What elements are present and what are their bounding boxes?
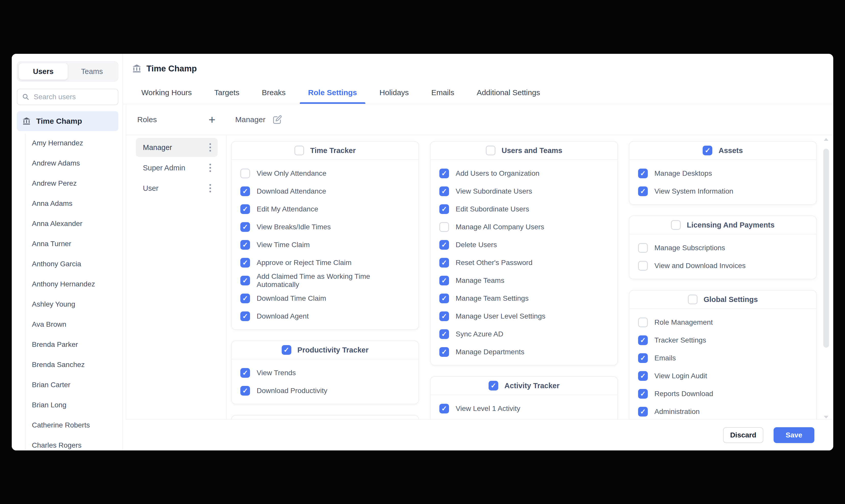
save-button[interactable]: Save (774, 427, 814, 443)
sidebar-user-item[interactable]: Ava Brown (32, 314, 66, 335)
scroll-up-arrow[interactable] (824, 138, 828, 141)
role-item-user[interactable]: User (136, 179, 218, 198)
tab-targets[interactable]: Targets (214, 82, 239, 104)
permission-label: Manage Desktops (654, 169, 712, 178)
checkbox[interactable] (439, 347, 449, 357)
tab-working-hours[interactable]: Working Hours (141, 82, 192, 104)
checkbox[interactable] (439, 168, 449, 178)
edit-role-icon[interactable] (272, 114, 283, 125)
checkbox[interactable] (439, 240, 449, 250)
checkbox[interactable] (638, 353, 648, 363)
checkbox[interactable] (439, 258, 449, 268)
scroll-down-arrow[interactable] (824, 416, 828, 418)
sidebar-user-item[interactable]: Andrew Adams (32, 153, 80, 173)
sidebar-user-item[interactable]: Ashley Young (32, 294, 75, 314)
checkbox[interactable] (489, 381, 498, 391)
sidebar-divider (123, 54, 123, 450)
sidebar-user-item[interactable]: Anna Adams (32, 193, 72, 214)
sidebar-user-item[interactable]: Andrew Perez (32, 173, 77, 193)
discard-button[interactable]: Discard (723, 427, 763, 443)
permission-label: Edit My Attendance (257, 205, 318, 213)
sidebar-user-item[interactable]: Brenda Parker (32, 335, 78, 355)
role-name: Super Admin (143, 164, 185, 172)
checkbox[interactable] (638, 186, 648, 196)
sidebar-user-item[interactable]: Amy Hernandez (32, 133, 83, 153)
checkbox[interactable] (439, 222, 449, 232)
checkbox[interactable] (638, 243, 648, 253)
checkbox[interactable] (439, 186, 449, 196)
checkbox[interactable] (240, 204, 250, 214)
checkbox[interactable] (240, 293, 250, 303)
checkbox[interactable] (439, 276, 449, 285)
vertical-scrollbar[interactable] (823, 138, 829, 418)
sidebar-tab-teams[interactable]: Teams (68, 63, 116, 79)
permission-group-body: Manage DesktopsView System Information (629, 160, 816, 204)
checkbox[interactable] (240, 168, 250, 178)
checkbox[interactable] (638, 261, 648, 271)
checkbox[interactable] (638, 336, 648, 345)
sidebar-user-item[interactable]: Anna Alexander (32, 214, 83, 234)
checkbox[interactable] (240, 222, 250, 232)
sidebar-item-organization[interactable]: Time Champ (17, 111, 119, 131)
tab-holidays[interactable]: Holidays (379, 82, 409, 104)
role-item-super-admin[interactable]: Super Admin (136, 158, 218, 177)
sidebar-user-item[interactable]: Anthony Garcia (32, 254, 81, 274)
scrollbar-thumb[interactable] (823, 149, 829, 348)
checkbox[interactable] (486, 146, 496, 155)
checkbox[interactable] (439, 404, 449, 413)
permission-row: View Login Audit (629, 367, 816, 385)
sidebar-user-item[interactable]: Brenda Sanchez (32, 355, 85, 375)
checkbox[interactable] (439, 204, 449, 214)
checkbox[interactable] (439, 293, 449, 303)
sidebar-tab-users[interactable]: Users (19, 63, 68, 79)
checkbox[interactable] (240, 368, 250, 378)
sidebar-user-item[interactable]: Brian Long (32, 395, 66, 415)
checkbox[interactable] (240, 186, 250, 196)
sidebar-user-item[interactable]: Charles Rogers (32, 435, 82, 450)
sidebar-user-item[interactable]: Anthony Hernandez (32, 274, 95, 294)
checkbox[interactable] (240, 311, 250, 321)
sidebar-view-switch: UsersTeams (17, 61, 119, 82)
tab-role-settings[interactable]: Role Settings (308, 82, 357, 104)
checkbox[interactable] (703, 146, 712, 155)
role-item-manager[interactable]: Manager (136, 138, 218, 157)
checkbox[interactable] (671, 220, 681, 230)
checkbox[interactable] (638, 371, 648, 381)
checkbox[interactable] (638, 389, 648, 399)
sidebar-user-item[interactable]: Catherine Roberts (32, 415, 90, 435)
permission-row: Delete Users (431, 236, 617, 254)
permission-row: Download Agent (232, 307, 418, 325)
add-role-button[interactable]: + (205, 113, 219, 126)
permission-group-assets: AssetsManage DesktopsView System Informa… (629, 141, 817, 205)
permission-group-productivity-tracker: Productivity TrackerView TrendsDownload … (231, 341, 419, 404)
checkbox[interactable] (240, 386, 250, 396)
permission-group-body: View Only AttendanceDownload AttendanceE… (232, 160, 418, 329)
checkbox[interactable] (638, 168, 648, 178)
sidebar-user-item[interactable]: Anna Turner (32, 234, 71, 254)
role-menu-kebab-icon[interactable] (206, 162, 214, 174)
permission-label: View and Download Invoices (654, 262, 745, 270)
checkbox[interactable] (638, 407, 648, 416)
sidebar-user-item[interactable]: Brian Carter (32, 375, 70, 395)
checkbox[interactable] (688, 294, 698, 304)
checkbox[interactable] (240, 258, 250, 268)
role-menu-kebab-icon[interactable] (206, 183, 214, 194)
checkbox[interactable] (439, 311, 449, 321)
tab-breaks[interactable]: Breaks (262, 82, 286, 104)
permission-label: Add Claimed Time as Working Time Automat… (257, 272, 410, 289)
role-menu-kebab-icon[interactable] (206, 142, 214, 153)
tab-additional-settings[interactable]: Additional Settings (477, 82, 540, 104)
footer-bar: Discard Save (126, 419, 833, 450)
checkbox[interactable] (240, 240, 250, 250)
tree-indent-line (25, 133, 25, 450)
search-input[interactable] (33, 93, 126, 101)
checkbox[interactable] (638, 318, 648, 327)
permission-row: View Time Claim (232, 236, 418, 254)
permission-label: View Trends (257, 369, 296, 377)
checkbox[interactable] (282, 345, 291, 355)
tab-emails[interactable]: Emails (431, 82, 454, 104)
permission-row: Manage Teams (431, 272, 617, 289)
checkbox[interactable] (240, 276, 250, 285)
checkbox[interactable] (439, 329, 449, 339)
checkbox[interactable] (294, 146, 304, 155)
